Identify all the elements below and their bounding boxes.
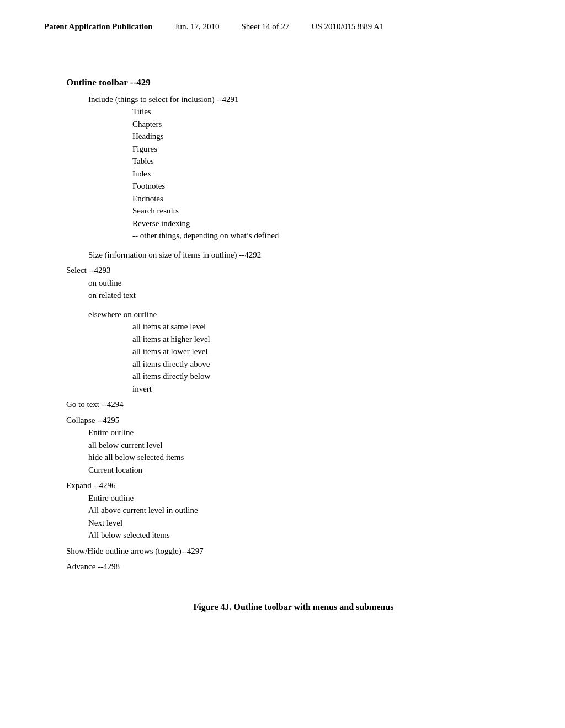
list-item: Search results	[132, 205, 521, 217]
list-item: on related text	[88, 289, 521, 302]
goto-section: Go to text --4294	[66, 398, 521, 411]
list-item: all items directly below	[132, 370, 521, 383]
include-section: Include (things to select for inclusion)…	[88, 93, 521, 242]
include-label: Include (things to select for inclusion)…	[88, 93, 521, 106]
select-items: on outline on related text	[88, 277, 521, 302]
list-item: on outline	[88, 277, 521, 290]
page-header: Patent Application Publication Jun. 17, …	[0, 0, 565, 42]
elsewhere-items: all items at same level all items at hig…	[132, 320, 521, 395]
collapse-section: Collapse --4295 Entire outline all below…	[66, 414, 521, 477]
list-item: Entire outline	[88, 426, 521, 439]
size-section: Size (information on size of items in ou…	[88, 249, 521, 261]
list-item: Titles	[132, 105, 521, 118]
list-item: Entire outline	[88, 492, 521, 505]
list-item: all below current level	[88, 439, 521, 452]
list-item: Index	[132, 168, 521, 180]
expand-label: Expand --4296	[66, 479, 521, 492]
list-item: Tables	[132, 155, 521, 168]
size-label: Size (information on size of items in ou…	[88, 249, 521, 261]
advance-label: Advance --4298	[66, 560, 521, 573]
patent-sheet: Sheet 14 of 27	[242, 22, 290, 31]
showhide-label: Show/Hide outline arrows (toggle)--4297	[66, 545, 521, 558]
list-item: -- other things, depending on what’s def…	[132, 229, 521, 242]
advance-section: Advance --4298	[66, 560, 521, 573]
elsewhere-section: elsewhere on outline all items at same l…	[88, 308, 521, 395]
expand-section: Expand --4296 Entire outline All above c…	[66, 479, 521, 542]
patent-number: US 2010/0153889 A1	[312, 22, 384, 31]
collapse-items: Entire outline all below current level h…	[88, 426, 521, 476]
showhide-section: Show/Hide outline arrows (toggle)--4297	[66, 545, 521, 558]
list-item: all items directly above	[132, 358, 521, 371]
list-item: Reverse indexing	[132, 217, 521, 230]
list-item: all items at same level	[132, 320, 521, 333]
list-item: Footnotes	[132, 180, 521, 192]
main-content: Outline toolbar --429 Include (things to…	[0, 42, 565, 636]
outline-toolbar-title: Outline toolbar --429	[66, 76, 521, 90]
list-item: all items at lower level	[132, 345, 521, 358]
collapse-label: Collapse --4295	[66, 414, 521, 427]
patent-date: Jun. 17, 2010	[175, 22, 220, 31]
patent-title: Patent Application Publication	[44, 22, 153, 31]
elsewhere-label: elsewhere on outline	[88, 308, 521, 321]
list-item: All below selected items	[88, 529, 521, 542]
list-item: Figures	[132, 143, 521, 156]
goto-label: Go to text --4294	[66, 398, 521, 411]
list-item: Chapters	[132, 118, 521, 131]
include-items: Titles Chapters Headings Figures Tables …	[132, 105, 521, 242]
list-item: Endnotes	[132, 192, 521, 205]
figure-caption: Figure 4J. Outline toolbar with menus an…	[66, 601, 521, 614]
list-item: Next level	[88, 517, 521, 529]
list-item: All above current level in outline	[88, 504, 521, 517]
list-item: Headings	[132, 130, 521, 143]
list-item: hide all below selected items	[88, 451, 521, 464]
select-section: Select --4293 on outline on related text…	[66, 264, 521, 395]
list-item: all items at higher level	[132, 333, 521, 346]
list-item: invert	[132, 383, 521, 395]
select-label: Select --4293	[66, 264, 521, 277]
expand-items: Entire outline All above current level i…	[88, 492, 521, 542]
list-item: Current location	[88, 464, 521, 477]
